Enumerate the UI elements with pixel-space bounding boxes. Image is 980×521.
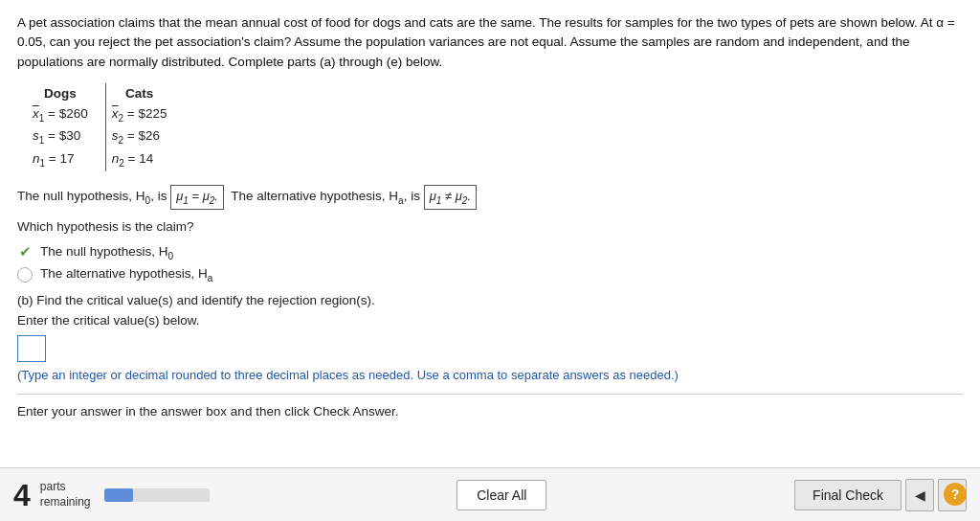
clear-all-button[interactable]: Clear All [457, 480, 546, 510]
critical-value-input[interactable] [17, 335, 46, 362]
which-hypothesis-label: Which hypothesis is the claim? [17, 219, 963, 234]
part-b-label: (b) Find the critical value(s) and ident… [17, 293, 963, 307]
prev-button[interactable]: ◀ [905, 479, 934, 511]
n2-row: n2 = 14 [105, 148, 172, 171]
x1-label: x1 = $260 [27, 103, 94, 126]
final-check-button[interactable]: Final Check [794, 480, 902, 510]
progress-bar-fill [104, 488, 134, 502]
bottom-bar: 4 parts remaining Clear All Final Check … [0, 467, 980, 521]
hint-text: (Type an integer or decimal rounded to t… [17, 368, 963, 382]
progress-bar [104, 488, 210, 502]
bottom-right: Final Check ◀ ▶ [794, 479, 967, 511]
dogs-header: Dogs [27, 83, 94, 103]
enter-answer-line: Enter your answer in the answer box and … [17, 394, 963, 419]
option-alt-label: The alternative hypothesis, Ha [40, 266, 212, 283]
data-table: Dogs Cats x1 = $260 x2 = $225 s1 = $30 s… [27, 83, 173, 171]
x2-label: x2 = $225 [105, 103, 172, 126]
s1-row: s1 = $30 [27, 125, 94, 148]
problem-text: A pet association claims that the mean a… [17, 13, 963, 72]
hypothesis-line: The null hypothesis, H0, is μ1 = μ2. The… [17, 185, 963, 211]
parts-remaining: 4 parts remaining [13, 480, 210, 510]
option-alt[interactable]: The alternative hypothesis, Ha [17, 266, 963, 283]
option-null-label: The null hypothesis, H0 [40, 244, 173, 261]
bottom-bar-wrapper: 4 parts remaining Clear All Final Check … [0, 467, 980, 521]
hypothesis-options: ✔ The null hypothesis, H0 The alternativ… [17, 243, 963, 283]
bottom-center: Clear All [457, 480, 546, 510]
radio-circle-alt [17, 267, 33, 283]
n1-row: n1 = 17 [27, 148, 94, 171]
cats-header: Cats [105, 83, 172, 103]
critical-value-input-wrapper [17, 335, 963, 368]
help-button[interactable]: ? [944, 483, 967, 506]
parts-label: parts remaining [40, 480, 91, 510]
s2-row: s2 = $26 [105, 125, 172, 148]
option-null[interactable]: ✔ The null hypothesis, H0 [17, 243, 963, 260]
parts-number: 4 [13, 480, 31, 510]
enter-critical-label: Enter the critical value(s) below. [17, 313, 963, 328]
checkmark-icon: ✔ [17, 243, 33, 260]
prev-icon: ◀ [915, 487, 925, 503]
